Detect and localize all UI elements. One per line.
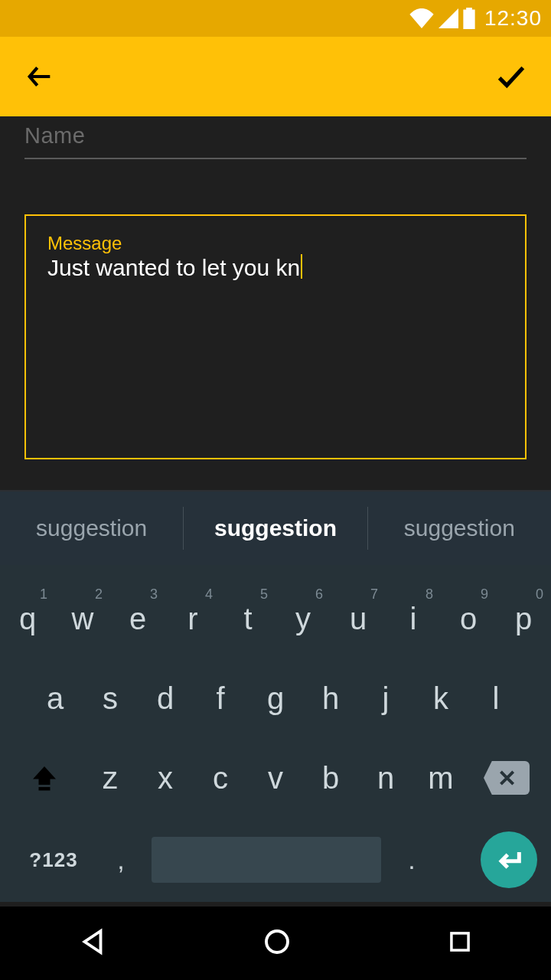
key-g[interactable]: g bbox=[248, 662, 303, 735]
key-k[interactable]: k bbox=[413, 662, 468, 735]
nav-recent-button[interactable] bbox=[445, 927, 474, 959]
key-q[interactable]: 1q bbox=[0, 582, 55, 655]
shift-key[interactable] bbox=[6, 741, 83, 815]
square-recent-icon bbox=[445, 927, 474, 956]
key-f[interactable]: f bbox=[193, 662, 248, 735]
key-c[interactable]: c bbox=[193, 741, 248, 815]
key-u[interactable]: 7u bbox=[331, 582, 386, 655]
arrow-left-icon bbox=[24, 61, 55, 92]
keyboard: 1q2w3e4r5t6y7u8i9o0p asdfghjkl zxcvbnm ✕… bbox=[0, 565, 551, 902]
svg-point-1 bbox=[266, 931, 288, 952]
key-n[interactable]: n bbox=[358, 741, 413, 815]
name-placeholder: Name bbox=[24, 123, 85, 149]
key-p[interactable]: 0p bbox=[496, 582, 551, 655]
signal-icon bbox=[439, 8, 458, 28]
key-d[interactable]: d bbox=[138, 662, 193, 735]
key-m[interactable]: m bbox=[413, 741, 468, 815]
backspace-icon: ✕ bbox=[484, 761, 530, 795]
key-i[interactable]: 8i bbox=[386, 582, 441, 655]
symbols-key[interactable]: ?123 bbox=[17, 848, 90, 872]
nav-home-button[interactable] bbox=[261, 926, 293, 961]
key-o[interactable]: 9o bbox=[441, 582, 496, 655]
key-a[interactable]: a bbox=[28, 662, 83, 735]
check-icon bbox=[494, 59, 529, 94]
back-button[interactable] bbox=[18, 55, 61, 98]
key-j[interactable]: j bbox=[358, 662, 413, 735]
space-key[interactable] bbox=[152, 837, 381, 883]
app-bar bbox=[0, 37, 551, 116]
confirm-button[interactable] bbox=[490, 55, 533, 98]
suggestion-1[interactable]: suggestion bbox=[0, 515, 183, 541]
key-z[interactable]: z bbox=[83, 741, 138, 815]
nav-bar bbox=[0, 906, 551, 980]
text-cursor bbox=[301, 254, 302, 279]
circle-home-icon bbox=[261, 926, 293, 958]
svg-rect-2 bbox=[452, 933, 468, 950]
message-value: Just wanted to let you kn bbox=[47, 255, 300, 280]
key-e[interactable]: 3e bbox=[110, 582, 165, 655]
key-l[interactable]: l bbox=[468, 662, 523, 735]
name-underline bbox=[24, 158, 527, 159]
svg-rect-0 bbox=[39, 787, 51, 791]
triangle-back-icon bbox=[77, 926, 109, 958]
name-field[interactable]: Name bbox=[24, 116, 527, 159]
nav-back-button[interactable] bbox=[77, 926, 109, 961]
message-label: Message bbox=[47, 233, 504, 254]
shift-icon bbox=[31, 764, 58, 792]
message-field[interactable]: Message Just wanted to let you kn bbox=[24, 214, 527, 459]
key-h[interactable]: h bbox=[303, 662, 358, 735]
enter-key[interactable] bbox=[481, 831, 537, 888]
key-w[interactable]: 2w bbox=[55, 582, 110, 655]
suggestion-3[interactable]: suggestion bbox=[368, 515, 551, 541]
period-key[interactable]: . bbox=[389, 845, 435, 875]
key-t[interactable]: 5t bbox=[220, 582, 276, 655]
key-v[interactable]: v bbox=[248, 741, 303, 815]
key-r[interactable]: 4r bbox=[165, 582, 220, 655]
key-x[interactable]: x bbox=[138, 741, 193, 815]
status-time: 12:30 bbox=[484, 6, 542, 31]
wifi-icon bbox=[409, 8, 434, 28]
status-bar: 12:30 bbox=[0, 0, 551, 37]
backspace-key[interactable]: ✕ bbox=[468, 741, 545, 815]
key-s[interactable]: s bbox=[83, 662, 138, 735]
suggestion-strip: suggestion suggestion suggestion bbox=[0, 492, 551, 565]
comma-key[interactable]: , bbox=[98, 845, 144, 875]
key-b[interactable]: b bbox=[303, 741, 358, 815]
battery-icon bbox=[463, 8, 475, 29]
enter-icon bbox=[494, 844, 524, 875]
key-y[interactable]: 6y bbox=[276, 582, 331, 655]
suggestion-2[interactable]: suggestion bbox=[184, 515, 367, 541]
